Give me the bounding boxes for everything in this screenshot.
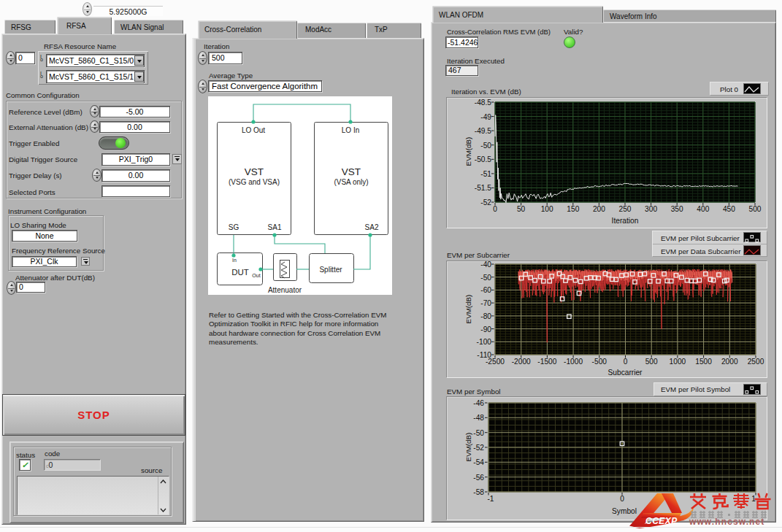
svg-text:In: In [232, 258, 237, 263]
svg-text:CCEXP: CCEXP [645, 516, 678, 526]
svg-text:Splitter: Splitter [319, 266, 342, 274]
svg-text:www.hncsw.net: www.hncsw.net [689, 517, 764, 527]
svg-text:SA2: SA2 [365, 223, 379, 231]
svg-text:VST: VST [245, 166, 264, 177]
svg-text:(VSG and VSA): (VSG and VSA) [229, 178, 280, 186]
svg-text:VST: VST [342, 166, 361, 177]
svg-text:SA1: SA1 [268, 223, 282, 231]
svg-text:Out: Out [252, 273, 260, 278]
svg-text:Attenuator: Attenuator [268, 286, 302, 294]
svg-text:(VSA only): (VSA only) [334, 178, 368, 186]
svg-text:SG: SG [229, 223, 239, 231]
svg-text:DUT: DUT [231, 268, 249, 277]
svg-text:LO In: LO In [342, 126, 359, 134]
svg-text:LO Out: LO Out [242, 126, 265, 134]
